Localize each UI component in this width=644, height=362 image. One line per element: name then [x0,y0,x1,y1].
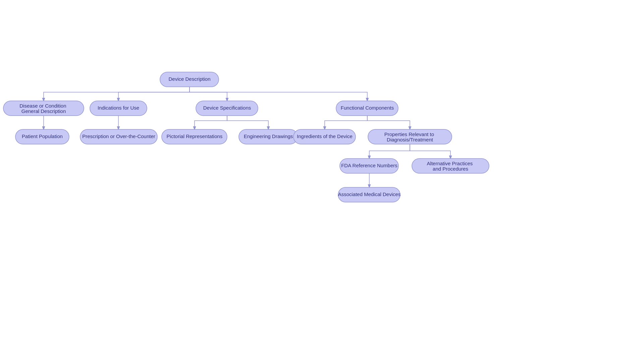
svg-text:FDA Reference Numbers: FDA Reference Numbers [341,163,397,168]
svg-text:Indications for Use: Indications for Use [98,105,139,111]
connector-n3-n3a [195,116,227,129]
connector-root-n2 [118,87,190,101]
node-n1a: Patient Population [15,129,69,144]
connector-root-n3 [190,87,227,101]
svg-text:Pictorial Representations: Pictorial Representations [167,133,223,139]
svg-text:Engineering Drawings: Engineering Drawings [244,133,293,139]
connector-n4b-n4b1 [369,144,410,159]
svg-text:Device Specifications: Device Specifications [203,105,251,111]
connector-root-n4 [190,87,367,101]
node-n2: Indications for Use [90,101,147,116]
svg-text:Ingredients of the Device: Ingredients of the Device [297,133,353,139]
connector-root-n1 [44,87,190,101]
svg-text:Device Description: Device Description [168,76,210,82]
svg-text:Alternative Practices
      an: Alternative Practices and Procedures [427,161,474,172]
svg-text:Associated Medical Devices: Associated Medical Devices [338,191,401,197]
node-n3: Device Specifications [196,101,258,116]
connector-n4-n4b [367,116,410,129]
node-n3a: Pictorial Representations [162,129,227,144]
svg-text:Functional Components: Functional Components [341,105,394,111]
connector-n4b-n4b2 [410,144,450,159]
svg-text:Properties Relevant to
      D: Properties Relevant to Diagnosis/Treatme… [384,131,436,142]
node-n2a: Prescription or Over-the-Counter [80,129,157,144]
node-n4b2: Alternative Practices and Procedures [412,159,489,173]
svg-text:Prescription or Over-the-Count: Prescription or Over-the-Counter [82,133,155,139]
svg-text:Disease or Condition
      Gen: Disease or Condition General Description [19,103,67,114]
node-root: Device Description [160,72,219,87]
node-n4a: Ingredients of the Device [293,129,356,144]
node-n4: Functional Components [336,101,398,116]
node-n4b1: FDA Reference Numbers [340,159,398,173]
node-n3b: Engineering Drawings [239,129,298,144]
node-n4b: Properties Relevant to Diagnosis/Treatme… [368,129,452,144]
diagram-svg: Device Description Disease or Condition … [0,0,644,362]
node-n4b1a: Associated Medical Devices [338,187,401,202]
connector-n3-n3b [227,116,268,129]
node-n1: Disease or Condition General Description [3,101,84,116]
connector-n4-n4a [325,116,367,129]
svg-text:Patient Population: Patient Population [22,133,63,139]
